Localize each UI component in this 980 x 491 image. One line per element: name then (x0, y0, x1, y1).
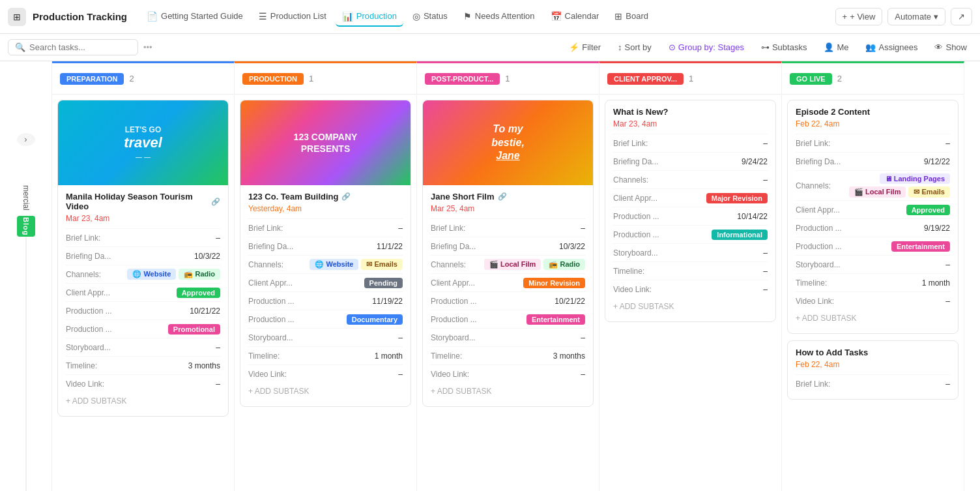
group-button[interactable]: ⊙ Group by: Stages (663, 40, 749, 55)
123co-client: Client Appr... Pending (248, 273, 403, 291)
manila-add-subtask[interactable]: + ADD SUBTASK (66, 393, 220, 409)
card-episode2[interactable]: Episode 2 Content Feb 22, 4am Brief Link… (787, 100, 958, 334)
card-img-123co: 123 COMPANYPRESENTS (240, 100, 411, 185)
needs-attention-icon: ⚑ (463, 11, 472, 22)
whatisnew-date: Mar 23, 4am (613, 119, 768, 128)
jane-date: Mar 25, 4am (431, 204, 585, 213)
jane-channels: Channels: 🎬 Local Film 📻 Radio (431, 255, 585, 273)
automate-button[interactable]: Automate ▾ (887, 8, 945, 25)
episode2-date: Feb 22, 4am (796, 119, 950, 128)
col-client-approval: CLIENT APPROV... 1 What is New? Mar 23, … (599, 61, 782, 491)
collapse-arrow[interactable]: › (17, 133, 35, 146)
ep2-timeline: Timeline: 1 month (796, 273, 950, 291)
informational-tag: Informational (712, 230, 768, 240)
view-button[interactable]: + + View (835, 8, 883, 25)
preparation-count: 2 (129, 74, 134, 83)
tab-getting-started[interactable]: 📄 Getting Started Guide (140, 7, 250, 27)
more-options-icon[interactable]: ••• (143, 42, 152, 52)
card-what-is-new[interactable]: What is New? Mar 23, 4am Brief Link: – B… (605, 100, 776, 322)
search-box[interactable]: 🔍 (8, 39, 138, 55)
card-body-manila: Manila Holiday Season Tourism Video 🔗 Ma… (58, 185, 228, 416)
board-icon: ⊞ (614, 11, 622, 22)
jane-timeline: Timeline: 3 months (431, 346, 585, 365)
jane-title: Jane Short Film 🔗 (431, 192, 585, 201)
col-header-preparation: PREPARATION 2 (52, 63, 234, 95)
ep2-storyboard: Storyboard... – (796, 255, 950, 273)
show-button[interactable]: 👁 Show (929, 40, 972, 55)
documentary-tag: Documentary (347, 314, 403, 325)
howtoadd-title: How to Add Tasks (796, 348, 950, 357)
123co-email-tag: ✉ Emails (361, 259, 403, 270)
win-add-subtask[interactable]: + ADD SUBTASK (613, 298, 768, 315)
me-button[interactable]: 👤 Me (818, 40, 854, 55)
landing-pages-tag: 🖥 Landing Pages (880, 173, 950, 184)
me-icon: 👤 (824, 42, 834, 52)
search-input[interactable] (29, 42, 127, 52)
major-revision-tag: Major Revision (706, 193, 768, 203)
jane-add-subtask[interactable]: + ADD SUBTASK (431, 383, 585, 400)
col-narrow: › mercial Blog (0, 61, 52, 491)
card-body-123co: 123 Co. Team Building 🔗 Yesterday, 4am B… (240, 185, 411, 406)
group-icon: ⊙ (669, 42, 676, 52)
share-button[interactable]: ↗ (951, 8, 972, 25)
link-icon-123co: 🔗 (341, 192, 351, 201)
production-body: 123 COMPANYPRESENTS 123 Co. Team Buildin… (235, 95, 416, 491)
post-body: To mybestie,Jane Jane Short Film 🔗 Mar 2… (417, 95, 599, 491)
win-channels: Channels: – (613, 170, 768, 188)
col-header-production: PRODUCTION 1 (235, 63, 416, 95)
client-body: What is New? Mar 23, 4am Brief Link: – B… (599, 95, 781, 491)
subtasks-icon: ⊶ (761, 42, 770, 52)
manila-storyboard: Storyboard... – (66, 338, 220, 356)
tab-board[interactable]: ⊞ Board (608, 7, 655, 27)
win-briefing: Briefing Da... 9/24/22 (613, 152, 768, 170)
pending-tag: Pending (364, 278, 403, 288)
production-count: 1 (309, 74, 313, 83)
col-go-live: GO LIVE 2 Episode 2 Content Feb 22, 4am … (782, 61, 964, 491)
tab-production[interactable]: 📊 Production (336, 7, 403, 27)
col-header-post: POST-PRODUCT... 1 (417, 63, 599, 95)
ep2-briefing: Briefing Da... 9/12/22 (796, 152, 950, 170)
card-jane[interactable]: To mybestie,Jane Jane Short Film 🔗 Mar 2… (422, 100, 594, 407)
sort-button[interactable]: ↕ Sort by (612, 40, 657, 55)
123co-title: 123 Co. Team Building 🔗 (248, 192, 403, 201)
production-badge: PRODUCTION (242, 73, 304, 85)
123co-add-subtask[interactable]: + ADD SUBTASK (248, 383, 403, 400)
jane-storyboard: Storyboard... – (431, 328, 585, 346)
123co-timeline: Timeline: 1 month (248, 346, 403, 365)
subtasks-button[interactable]: ⊶ Subtasks (756, 40, 812, 55)
123co-video: Video Link: – (248, 365, 403, 383)
ep2-client: Client Appr... Approved (796, 200, 950, 218)
preparation-body: LET'S GO travel — — Manila Holiday Seaso… (52, 95, 234, 491)
toolbar: 🔍 ••• ⚡ Filter ↕ Sort by ⊙ Group by: Sta… (0, 34, 980, 61)
card-manila[interactable]: LET'S GO travel — — Manila Holiday Seaso… (57, 100, 229, 417)
tab-production-list[interactable]: ☰ Production List (252, 7, 333, 27)
filter-icon: ⚡ (569, 42, 579, 52)
win-prod-type: Production ... Informational (613, 225, 768, 243)
123co-prod-type: Production ... Documentary (248, 310, 403, 328)
card-body-episode2: Episode 2 Content Feb 22, 4am Brief Link… (788, 100, 958, 333)
filter-button[interactable]: ⚡ Filter (564, 40, 606, 55)
assignees-button[interactable]: 👥 Assignees (860, 40, 923, 55)
tab-needs-attention[interactable]: ⚑ Needs Attention (457, 7, 541, 27)
card-img-travel: LET'S GO travel — — (58, 100, 228, 185)
card-how-to-add[interactable]: How to Add Tasks Feb 22, 4am Brief Link:… (787, 340, 958, 400)
card-123co[interactable]: 123 COMPANYPRESENTS 123 Co. Team Buildin… (240, 100, 411, 407)
ep2-add-subtask[interactable]: + ADD SUBTASK (796, 310, 950, 327)
toolbar-right: ⚡ Filter ↕ Sort by ⊙ Group by: Stages ⊶ … (564, 40, 972, 55)
production-list-icon: ☰ (259, 11, 267, 22)
tab-status[interactable]: ◎ Status (406, 7, 454, 27)
tab-calendar[interactable]: 📅 Calendar (544, 7, 606, 27)
ep2-prod-type: Production ... Entertainment (796, 237, 950, 255)
manila-video-link: Video Link: – (66, 374, 220, 393)
status-icon: ◎ (412, 11, 420, 22)
partial-label: mercial (22, 185, 31, 211)
win-timeline: Timeline: – (613, 261, 768, 280)
manila-date: Mar 23, 4am (66, 214, 220, 223)
plus-icon: + (843, 12, 848, 22)
minor-revision-tag: Minor Revision (523, 278, 585, 288)
jane-prod-type: Production ... Entertainment (431, 310, 585, 328)
jane-localfilm-tag: 🎬 Local Film (484, 259, 541, 270)
manila-production-date: Production ... 10/21/22 (66, 301, 220, 320)
jane-radio-tag: 📻 Radio (543, 259, 585, 270)
jane-entertainment-tag: Entertainment (526, 314, 585, 325)
